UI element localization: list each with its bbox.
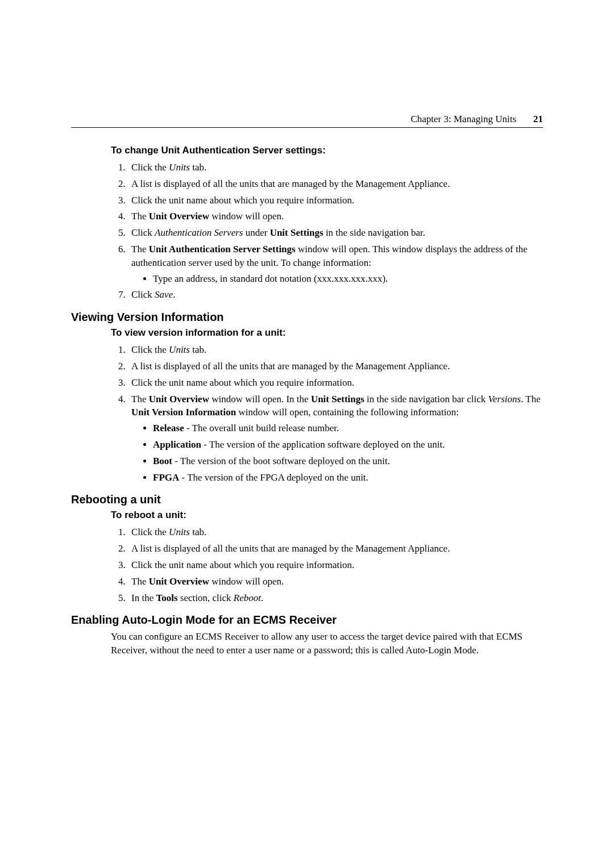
chapter-label: Chapter 3: Managing Units — [410, 114, 516, 125]
steps-reboot: Click the Units tab. A list is displayed… — [111, 525, 543, 604]
text: Click the unit name about which you requ… — [131, 377, 354, 388]
text-bold: Unit Version Information — [131, 407, 236, 418]
text: tab. — [190, 162, 206, 173]
text-bold: Unit Overview — [149, 394, 209, 404]
text: window will open. — [209, 576, 284, 587]
step: Click Authentication Servers under Unit … — [128, 226, 543, 240]
text: window will open. — [209, 211, 284, 222]
procedure-title-reboot: To reboot a unit: — [111, 510, 543, 521]
text: A list is displayed of all the units tha… — [131, 178, 450, 189]
step: Click the unit name about which you requ… — [128, 558, 543, 572]
body-text-autologin: You can configure an ECMS Receiver to al… — [111, 630, 543, 657]
text: The — [131, 394, 149, 404]
step: Click the Units tab. — [128, 343, 543, 357]
text: The — [131, 244, 149, 254]
steps-auth: Click the Units tab. A list is displayed… — [111, 161, 543, 302]
step: Click the unit name about which you requ… — [128, 194, 543, 207]
document-page: Chapter 3: Managing Units 21 To change U… — [0, 0, 614, 868]
section-heading-version: Viewing Version Information — [71, 311, 543, 324]
text-bold: Tools — [156, 592, 177, 603]
text-italic: Units — [169, 527, 190, 537]
text-italic: Save — [155, 289, 173, 300]
text: under — [243, 227, 269, 238]
text-italic: Authentication Servers — [155, 227, 243, 238]
bullet: Application - The version of the applica… — [153, 438, 543, 452]
text-italic: Units — [169, 344, 190, 355]
text: in the side navigation bar. — [323, 227, 425, 238]
steps-version: Click the Units tab. A list is displayed… — [111, 343, 543, 484]
text: Click the — [131, 162, 169, 173]
text: tab. — [190, 344, 206, 355]
section-heading-reboot: Rebooting a unit — [71, 493, 543, 506]
text: The — [131, 576, 149, 587]
bullet: Boot - The version of the boot software … — [153, 454, 543, 468]
sub-bullets: Release - The overall unit build release… — [136, 422, 543, 484]
text: A list is displayed of all the units tha… — [131, 543, 450, 554]
text-bold: Unit Settings — [311, 394, 364, 404]
text: . — [173, 289, 175, 300]
text: Click — [131, 289, 155, 300]
text-bold: Unit Overview — [149, 211, 209, 222]
text-bold: FPGA — [153, 472, 179, 483]
text: Type an address, in standard dot notatio… — [153, 273, 388, 284]
step: The Unit Authentication Server Settings … — [128, 243, 543, 285]
text: - The version of the application softwar… — [201, 439, 445, 450]
text: - The version of the boot software deplo… — [172, 456, 390, 466]
text-bold: Release — [153, 423, 184, 433]
step: In the Tools section, click Reboot. — [128, 591, 543, 605]
text-italic: Versions — [488, 394, 521, 404]
text: in the side navigation bar click — [364, 394, 488, 404]
step: The Unit Overview window will open. — [128, 575, 543, 589]
text: Click the unit name about which you requ… — [131, 195, 354, 206]
step: Click Save. — [128, 288, 543, 302]
running-header: Chapter 3: Managing Units 21 — [71, 114, 543, 128]
text-italic: Units — [169, 162, 190, 173]
section-heading-autologin: Enabling Auto-Login Mode for an ECMS Rec… — [71, 614, 543, 627]
text: Click the unit name about which you requ… — [131, 560, 354, 570]
bullet: Type an address, in standard dot notatio… — [153, 272, 543, 286]
step: A list is displayed of all the units tha… — [128, 542, 543, 556]
text-bold: Boot — [153, 456, 172, 466]
text-bold: Unit Overview — [149, 576, 209, 587]
page-number: 21 — [533, 114, 543, 125]
text: Click the — [131, 527, 169, 537]
step: Click the unit name about which you requ… — [128, 376, 543, 390]
step: The Unit Overview window will open. In t… — [128, 393, 543, 485]
text: . — [261, 592, 263, 603]
step: A list is displayed of all the units tha… — [128, 177, 543, 191]
step: The Unit Overview window will open. — [128, 210, 543, 223]
text-italic: Reboot — [234, 592, 261, 603]
text: . The — [521, 394, 541, 404]
step: Click the Units tab. — [128, 525, 543, 539]
bullet: Release - The overall unit build release… — [153, 422, 543, 435]
text: window will open, containing the followi… — [236, 407, 459, 418]
text: section, click — [178, 592, 234, 603]
text: In the — [131, 592, 156, 603]
text-bold: Unit Authentication Server Settings — [149, 244, 296, 254]
sub-bullets: Type an address, in standard dot notatio… — [136, 272, 543, 286]
text: tab. — [190, 527, 206, 537]
procedure-title-version: To view version information for a unit: — [111, 327, 543, 339]
text: window will open. In the — [209, 394, 311, 404]
bullet: FPGA - The version of the FPGA deployed … — [153, 471, 543, 485]
text: Click — [131, 227, 155, 238]
text: A list is displayed of all the units tha… — [131, 361, 450, 372]
text: - The version of the FPGA deployed on th… — [179, 472, 368, 483]
text: The — [131, 211, 149, 222]
procedure-title-auth: To change Unit Authentication Server set… — [111, 145, 543, 156]
text-bold: Application — [153, 439, 201, 450]
step: Click the Units tab. — [128, 161, 543, 174]
text-bold: Unit Settings — [270, 227, 323, 238]
text: Click the — [131, 344, 169, 355]
step: A list is displayed of all the units tha… — [128, 360, 543, 373]
text: - The overall unit build release number. — [184, 423, 339, 433]
